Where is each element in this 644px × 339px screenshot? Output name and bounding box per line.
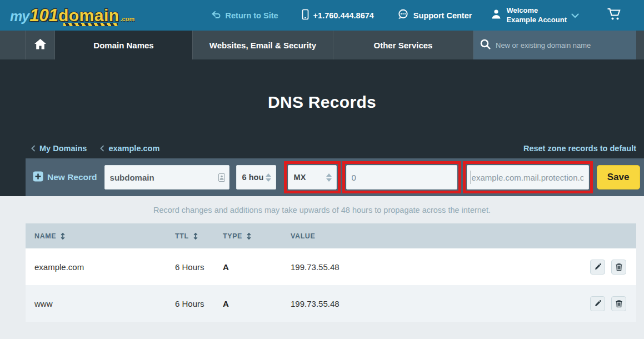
- breadcrumb: My Domains example.com Reset zone record…: [0, 144, 644, 153]
- account-menu[interactable]: Welcome Example Account: [491, 6, 579, 24]
- support-center-label: Support Center: [413, 11, 472, 20]
- select-spinner-icon: [266, 173, 271, 182]
- annotation-box-type: MX: [284, 161, 341, 193]
- plus-icon: [33, 171, 43, 184]
- home-icon: [34, 39, 46, 52]
- subdomain-field-wrap: [104, 165, 229, 190]
- record-value: 199.73.55.48: [291, 262, 570, 272]
- annotation-box-priority: [342, 161, 461, 193]
- tab-other-services[interactable]: Other Services: [333, 31, 473, 59]
- phone-link[interactable]: +1.760.444.8674: [302, 9, 374, 22]
- priority-input[interactable]: [346, 165, 457, 190]
- nav-right-strip: [636, 31, 644, 59]
- record-type-select[interactable]: MX: [288, 165, 337, 190]
- pencil-icon: [593, 300, 602, 308]
- edit-record-button[interactable]: [590, 296, 605, 311]
- cart-button[interactable]: [607, 8, 622, 23]
- column-header-value: VALUE: [291, 232, 570, 240]
- new-record-bar-row: New Record 6 hou MX: [0, 158, 644, 196]
- text-caret: [471, 171, 471, 184]
- chevron-left-icon: [100, 145, 104, 152]
- chevron-left-icon: [31, 145, 36, 152]
- headset-icon: [397, 9, 409, 22]
- site-logo[interactable]: my101domain.com: [10, 6, 134, 26]
- return-to-site-link[interactable]: Return to Site: [211, 11, 278, 21]
- phone-number: +1.760.444.8674: [313, 11, 374, 20]
- new-record-button[interactable]: New Record: [33, 171, 97, 184]
- ttl-select[interactable]: 6 hou: [236, 165, 276, 190]
- column-label: VALUE: [291, 232, 315, 240]
- dns-records-table: NAME TTL TYPE VALUE example.com 6 Hours …: [26, 223, 636, 322]
- edit-record-button[interactable]: [590, 260, 605, 275]
- value-field-wrap: [467, 165, 589, 190]
- record-ttl: 6 Hours: [175, 299, 223, 308]
- search-icon: [480, 39, 491, 52]
- column-header-name[interactable]: NAME: [26, 232, 175, 240]
- save-button[interactable]: Save: [597, 165, 640, 190]
- logo-stripes: [63, 23, 118, 26]
- column-label: NAME: [34, 232, 56, 240]
- logo-domain: domain: [58, 6, 119, 25]
- user-icon: [491, 8, 502, 22]
- table-row: www 6 Hours A 199.73.55.48: [26, 285, 636, 322]
- welcome-line2: Example Account: [506, 16, 567, 24]
- top-links: Return to Site +1.760.444.8674 Support C…: [211, 9, 472, 22]
- record-type-selected-value: MX: [294, 173, 306, 182]
- welcome-text: Welcome Example Account: [506, 6, 567, 24]
- record-value-input[interactable]: [467, 165, 589, 190]
- propagation-notice: Record changes and additions may take up…: [0, 196, 644, 223]
- column-header-type[interactable]: TYPE: [223, 232, 291, 240]
- pencil-icon: [593, 263, 602, 271]
- breadcrumb-domain[interactable]: example.com: [100, 144, 159, 153]
- record-actions: [570, 260, 636, 275]
- return-arrow-icon: [211, 11, 221, 21]
- trash-icon: [615, 300, 623, 308]
- column-label: TYPE: [223, 232, 242, 240]
- reset-zone-records-link[interactable]: Reset zone records to default: [523, 144, 636, 153]
- record-type: A: [223, 299, 291, 308]
- domain-search: [473, 31, 636, 59]
- logo-101: 101: [29, 6, 58, 26]
- breadcrumb-label: My Domains: [39, 144, 87, 153]
- record-type: A: [223, 262, 291, 272]
- record-ttl: 6 Hours: [175, 262, 223, 272]
- tab-domain-names[interactable]: Domain Names: [55, 31, 193, 59]
- sort-icon: [60, 232, 66, 240]
- top-header: my101domain.com Return to Site +1.760.44…: [0, 0, 644, 31]
- breadcrumb-my-domains[interactable]: My Domains: [31, 144, 87, 153]
- trash-icon: [615, 263, 623, 271]
- page-title: DNS Records: [0, 59, 644, 112]
- new-record-label: New Record: [47, 172, 97, 182]
- annotation-box-value: [463, 161, 593, 193]
- record-value: 199.73.55.48: [291, 299, 570, 308]
- nav-left-strip: [0, 31, 26, 59]
- tab-websites-email-security[interactable]: Websites, Email & Security: [193, 31, 333, 59]
- new-record-bar: New Record 6 hou MX: [26, 158, 644, 196]
- hero-section: DNS Records My Domains example.com Reset…: [0, 59, 644, 158]
- return-to-site-label: Return to Site: [226, 11, 278, 20]
- domain-search-input[interactable]: [496, 41, 630, 49]
- main-nav: Domain Names Websites, Email & Security …: [0, 31, 644, 59]
- logo-my: my: [10, 8, 29, 24]
- delete-record-button[interactable]: [611, 260, 626, 275]
- sort-icon: [193, 232, 198, 240]
- subdomain-input[interactable]: [104, 165, 229, 190]
- record-name: www: [26, 299, 175, 308]
- sort-icon: [246, 232, 252, 240]
- cart-icon: [607, 8, 622, 23]
- breadcrumb-label: example.com: [108, 144, 159, 153]
- autofill-icon: [218, 173, 225, 184]
- ttl-selected-value: 6 hou: [242, 173, 264, 182]
- record-name: example.com: [26, 262, 175, 272]
- delete-record-button[interactable]: [611, 296, 626, 311]
- chevron-down-icon: [571, 11, 579, 21]
- logo-tld: .com: [121, 16, 135, 22]
- table-row: example.com 6 Hours A 199.73.55.48: [26, 248, 636, 285]
- record-actions: [570, 296, 636, 311]
- column-header-ttl[interactable]: TTL: [175, 232, 223, 240]
- select-spinner-icon: [326, 173, 332, 182]
- phone-icon: [302, 9, 309, 22]
- support-center-link[interactable]: Support Center: [397, 9, 472, 22]
- home-tab[interactable]: [26, 31, 55, 59]
- column-label: TTL: [175, 232, 189, 240]
